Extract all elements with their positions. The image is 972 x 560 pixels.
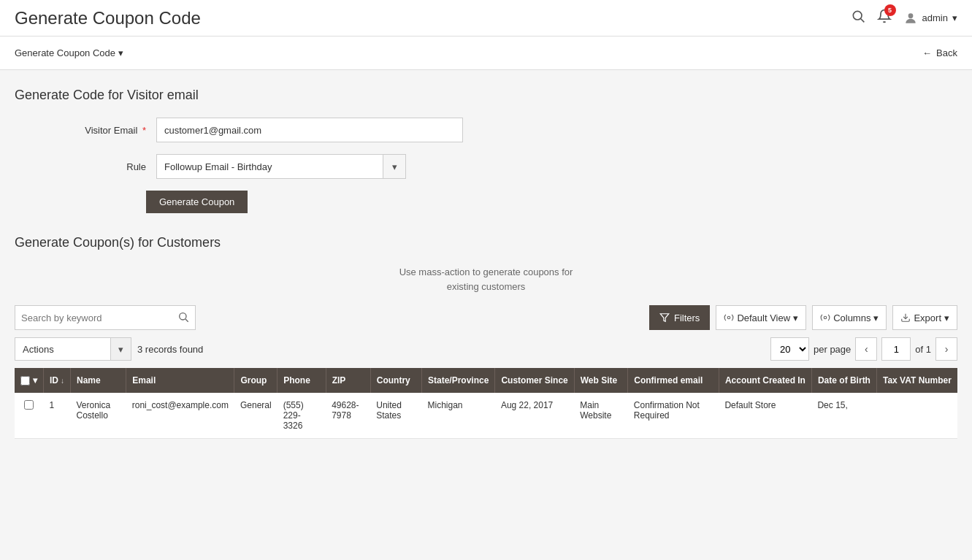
default-view-button[interactable]: Default View ▾ bbox=[716, 305, 806, 330]
columns-chevron-icon: ▾ bbox=[873, 312, 879, 323]
export-button[interactable]: Export ▾ bbox=[892, 305, 957, 330]
visitor-email-input[interactable] bbox=[156, 118, 463, 142]
notification-badge: 5 bbox=[884, 4, 896, 16]
page-number-input[interactable] bbox=[881, 337, 911, 361]
actions-left: Actions ▾ 3 records found bbox=[15, 337, 203, 361]
admin-menu[interactable]: admin ▾ bbox=[903, 11, 957, 26]
visitor-email-label: Visitor Email * bbox=[29, 125, 146, 136]
row-email: roni_cost@example.com bbox=[126, 393, 234, 439]
toolbar: Filters Default View ▾ Columns ▾ bbox=[15, 305, 957, 330]
search-icon[interactable] bbox=[851, 9, 865, 27]
view-chevron-icon: ▾ bbox=[793, 312, 798, 323]
table-header-account-created[interactable]: Account Created In bbox=[719, 368, 811, 393]
admin-chevron-icon: ▾ bbox=[952, 12, 957, 23]
row-country: United States bbox=[370, 393, 421, 439]
generate-btn-row: Generate Coupon bbox=[15, 191, 957, 213]
rule-dropdown-btn[interactable]: ▾ bbox=[383, 154, 406, 179]
breadcrumb-chevron-icon: ▾ bbox=[118, 47, 123, 58]
actions-select-wrapper: Actions ▾ bbox=[15, 337, 131, 361]
customers-section-title: Generate Coupon(s) for Customers bbox=[15, 235, 957, 250]
row-confirmed-email: Confirmation Not Required bbox=[628, 393, 719, 439]
table-header-country[interactable]: Country bbox=[370, 368, 421, 393]
breadcrumb-bar: Generate Coupon Code ▾ ← Back bbox=[0, 37, 972, 70]
row-dob: Dec 15, bbox=[811, 393, 876, 439]
row-account-created: Default Store bbox=[719, 393, 811, 439]
back-button[interactable]: ← Back bbox=[922, 47, 957, 58]
rule-group: Rule Followup Email - Birthday ▾ bbox=[15, 154, 957, 179]
search-input[interactable] bbox=[21, 312, 177, 323]
svg-point-0 bbox=[853, 11, 862, 20]
table-header-zip[interactable]: ZIP bbox=[326, 368, 370, 393]
table-header-phone[interactable]: Phone bbox=[278, 368, 326, 393]
next-page-button[interactable]: › bbox=[935, 337, 957, 361]
rule-select-wrapper: Followup Email - Birthday ▾ bbox=[156, 154, 406, 179]
back-arrow-icon: ← bbox=[922, 47, 932, 58]
table-header-row: ▾ ID ↓ Name Email Group Phone ZIP Countr bbox=[15, 368, 957, 393]
main-content: Generate Code for Visitor email Visitor … bbox=[0, 70, 972, 456]
rule-label: Rule bbox=[29, 161, 146, 172]
table-header-group[interactable]: Group bbox=[234, 368, 278, 393]
per-page-select[interactable]: 20 bbox=[770, 337, 809, 361]
page-title: Generate Coupon Code bbox=[15, 8, 201, 28]
row-checkbox-cell bbox=[15, 393, 44, 439]
row-phone: (555) 229-3326 bbox=[278, 393, 326, 439]
table-header-website[interactable]: Web Site bbox=[574, 368, 628, 393]
customers-subtitle: Use mass-action to generate coupons for … bbox=[15, 265, 957, 294]
table-header-email[interactable]: Email bbox=[126, 368, 234, 393]
table-header-confirmed-email[interactable]: Confirmed email bbox=[628, 368, 719, 393]
breadcrumb: Generate Coupon Code ▾ bbox=[15, 47, 123, 58]
table-header-name[interactable]: Name bbox=[71, 368, 126, 393]
svg-point-3 bbox=[180, 312, 186, 319]
row-tax-vat bbox=[876, 393, 957, 439]
per-page-label: per page bbox=[814, 344, 851, 355]
top-header: Generate Coupon Code 5 admin ▾ bbox=[0, 0, 972, 37]
row-zip: 49628-7978 bbox=[326, 393, 370, 439]
row-group: General bbox=[234, 393, 278, 439]
columns-button[interactable]: Columns ▾ bbox=[812, 305, 887, 330]
svg-line-1 bbox=[860, 19, 864, 23]
visitor-section-title: Generate Code for Visitor email bbox=[15, 88, 957, 103]
generate-coupon-button[interactable]: Generate Coupon bbox=[146, 191, 248, 213]
back-label: Back bbox=[936, 47, 957, 58]
filters-label: Filters bbox=[674, 312, 700, 323]
export-chevron-icon: ▾ bbox=[944, 312, 949, 323]
table-header-id[interactable]: ID ↓ bbox=[44, 368, 71, 393]
breadcrumb-dropdown[interactable]: Generate Coupon Code ▾ bbox=[15, 47, 123, 58]
row-name: Veronica Costello bbox=[71, 393, 126, 439]
table-header-checkbox: ▾ bbox=[15, 368, 44, 393]
row-website: Main Website bbox=[574, 393, 628, 439]
rule-select[interactable]: Followup Email - Birthday bbox=[156, 154, 383, 179]
row-state: Michigan bbox=[422, 393, 495, 439]
search-box bbox=[15, 305, 196, 330]
row-id: 1 bbox=[44, 393, 71, 439]
required-asterisk: * bbox=[142, 125, 146, 136]
table-row: 1 Veronica Costello roni_cost@example.co… bbox=[15, 393, 957, 439]
visitor-email-group: Visitor Email * bbox=[15, 118, 957, 142]
breadcrumb-label: Generate Coupon Code bbox=[15, 47, 115, 58]
admin-label: admin bbox=[922, 12, 948, 23]
notification-icon[interactable]: 5 bbox=[877, 9, 892, 27]
rule-chevron-icon: ▾ bbox=[392, 161, 397, 172]
actions-chevron-icon[interactable]: ▾ bbox=[110, 338, 131, 360]
actions-select[interactable]: Actions bbox=[15, 338, 110, 360]
table-header-state[interactable]: State/Province bbox=[422, 368, 495, 393]
select-all-checkbox[interactable] bbox=[20, 376, 30, 386]
search-button[interactable] bbox=[177, 311, 189, 325]
svg-point-7 bbox=[824, 316, 827, 319]
table-header-dob[interactable]: Date of Birth bbox=[811, 368, 876, 393]
row-checkbox[interactable] bbox=[24, 400, 34, 410]
table-header-tax-vat[interactable]: Tax VAT Number bbox=[876, 368, 957, 393]
export-label: Export bbox=[914, 312, 941, 323]
customers-table: ▾ ID ↓ Name Email Group Phone ZIP Countr bbox=[15, 368, 957, 439]
toolbar-right: Filters Default View ▾ Columns ▾ bbox=[649, 305, 957, 330]
customers-section: Generate Coupon(s) for Customers Use mas… bbox=[15, 235, 957, 439]
row-customer-since: Aug 22, 2017 bbox=[495, 393, 574, 439]
svg-point-2 bbox=[908, 13, 913, 18]
prev-page-button[interactable]: ‹ bbox=[855, 337, 877, 361]
filters-button[interactable]: Filters bbox=[649, 305, 710, 330]
pagination: 20 per page ‹ of 1 › bbox=[770, 337, 957, 361]
svg-point-6 bbox=[728, 316, 731, 319]
table-header-customer-since[interactable]: Customer Since bbox=[495, 368, 574, 393]
id-sort-icon: ↓ bbox=[61, 377, 64, 385]
page-of-label: of 1 bbox=[915, 344, 931, 355]
